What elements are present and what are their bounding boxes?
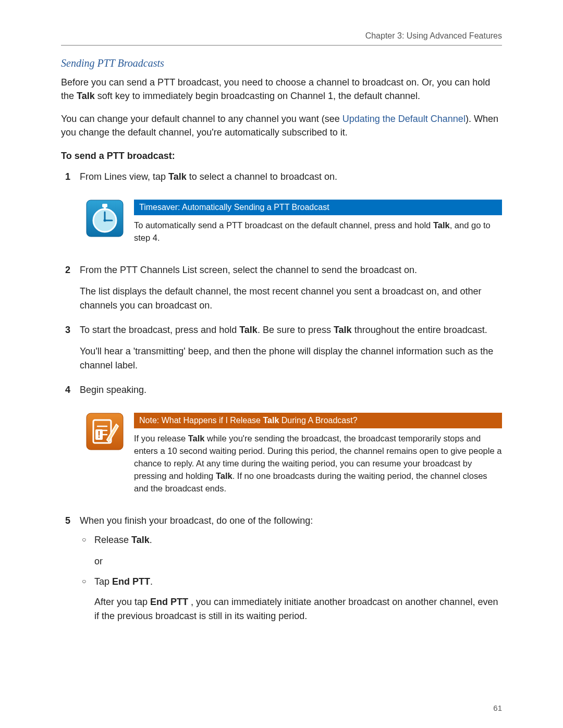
text: throughout the entire broadcast.: [352, 325, 487, 335]
step-1: From Lines view, tap Talk to select a ch…: [61, 170, 502, 244]
step-5: When you finish your broadcast, do one o…: [61, 514, 502, 623]
step-3-detail: You'll hear a 'transmitting' beep, and t…: [80, 344, 502, 373]
text: If you release: [134, 434, 188, 443]
talk-label: Talk: [263, 416, 279, 425]
callout-text: To automatically send a PTT broadcast on…: [134, 219, 502, 244]
talk-label: Talk: [216, 471, 232, 480]
header-rule: [61, 45, 502, 46]
intro-paragraph-2: You can change your default channel to a…: [61, 112, 502, 139]
text: .: [150, 576, 153, 587]
talk-label: Talk: [334, 325, 352, 335]
text: Note: What Happens if I Release: [139, 416, 263, 425]
page: Chapter 3: Using Advanced Features Sendi…: [0, 0, 563, 728]
svg-text:!: !: [97, 429, 101, 440]
svg-rect-2: [102, 204, 107, 207]
step-2: From the PTT Channels List screen, selec…: [61, 263, 502, 313]
text: Tap: [94, 576, 112, 587]
talk-label: Talk: [131, 535, 150, 545]
step-3: To start the broadcast, press and hold T…: [61, 323, 502, 373]
text: to select a channel to broadcast on.: [187, 171, 337, 182]
procedure-intro: To send a PTT broadcast:: [61, 151, 502, 162]
talk-label: Talk: [433, 220, 450, 230]
text: To start the broadcast, press and hold: [80, 325, 239, 335]
option-end-ptt: Tap End PTT.: [80, 575, 502, 589]
xref-updating-default-channel[interactable]: Updating the Default Channel: [342, 114, 466, 124]
text: From the PTT Channels List screen, selec…: [80, 265, 417, 275]
svg-point-4: [104, 219, 106, 222]
text: soft key to immediately begin broadcasti…: [95, 91, 420, 101]
text: Release: [94, 535, 131, 545]
callout-body: Timesaver: Automatically Sending a PTT B…: [134, 200, 502, 244]
callout-timesaver: Timesaver: Automatically Sending a PTT B…: [80, 200, 502, 244]
page-number: 61: [493, 704, 502, 712]
text: To automatically send a PTT broadcast on…: [134, 220, 433, 230]
end-ptt-label: End PTT: [150, 597, 188, 607]
text: From Lines view, tap: [80, 171, 168, 182]
talk-label: Talk: [188, 434, 205, 443]
callout-title: Timesaver: Automatically Sending a PTT B…: [134, 200, 502, 215]
text: . Be sure to press: [258, 325, 334, 335]
step-5-options: Release Talk. or Tap End PTT.: [80, 533, 502, 589]
talk-label: Talk: [77, 91, 95, 101]
step-5-aftertext: After you tap End PTT , you can immediat…: [94, 595, 502, 623]
note-icon: !: [84, 413, 126, 450]
step-4: Begin speaking.: [61, 383, 502, 495]
text: You can change your default channel to a…: [61, 114, 342, 124]
stopwatch-icon: [84, 200, 126, 237]
callout-body: Note: What Happens if I Release Talk Dur…: [134, 413, 502, 495]
text: During A Broadcast?: [279, 416, 357, 425]
running-header: Chapter 3: Using Advanced Features: [61, 31, 502, 41]
text: Begin speaking.: [80, 385, 146, 395]
intro-paragraph-1: Before you can send a PTT broadcast, you…: [61, 76, 502, 103]
svg-rect-3: [104, 207, 106, 210]
step-list: From Lines view, tap Talk to select a ch…: [61, 170, 502, 623]
talk-label: Talk: [168, 171, 187, 182]
option-release-talk: Release Talk. or: [80, 533, 502, 569]
callout-title: Note: What Happens if I Release Talk Dur…: [134, 413, 502, 428]
callout-text: If you release Talk while you're sending…: [134, 433, 502, 495]
end-ptt-label: End PTT: [112, 576, 150, 587]
step-2-detail: The list displays the default channel, t…: [80, 285, 502, 313]
text: .: [150, 535, 152, 545]
or-label: or: [94, 554, 502, 569]
section-heading: Sending PTT Broadcasts: [61, 57, 502, 69]
callout-note: ! Note: What Happens if I Release Talk D…: [80, 413, 502, 495]
text: After you tap: [94, 597, 150, 607]
text: When you finish your broadcast, do one o…: [80, 515, 313, 526]
talk-label: Talk: [239, 325, 258, 335]
